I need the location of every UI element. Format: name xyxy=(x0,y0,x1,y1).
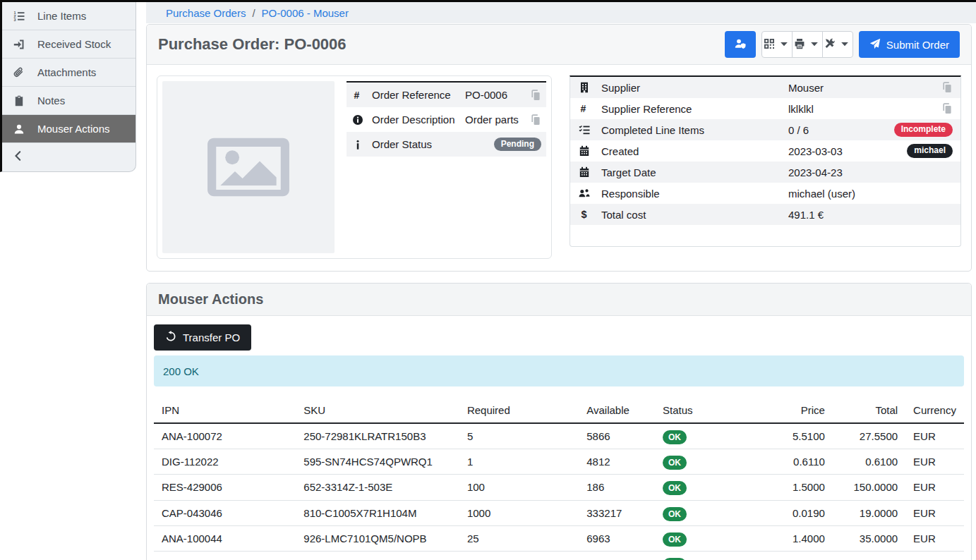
supplier-link[interactable]: Mouser xyxy=(788,82,941,94)
column-header-price: Price xyxy=(760,399,833,423)
empty-detail-row xyxy=(570,225,960,246)
order-summary-card: # Order ReferencePO-0006 Order Descripti… xyxy=(157,75,552,259)
table-row: RES-429006 652-3314Z-1-503E 100 186 OK 1… xyxy=(154,475,964,500)
copy-icon[interactable] xyxy=(941,103,953,114)
cell-ipn: SWT-200005 xyxy=(154,551,296,560)
svg-text:3: 3 xyxy=(14,18,16,22)
detail-value: 0 / 6 xyxy=(788,124,894,136)
svg-text:#: # xyxy=(354,90,359,101)
cell-required: 1 xyxy=(459,449,579,475)
breadcrumb-link-purchase-orders[interactable]: Purchase Orders xyxy=(166,7,246,19)
user-icon xyxy=(11,123,27,135)
cell-currency: EUR xyxy=(905,551,964,560)
order-actions-menu-button[interactable] xyxy=(822,31,853,58)
detail-value: PO-0006 xyxy=(465,89,530,101)
cell-required: 47 xyxy=(459,551,579,560)
cell-available: 47 xyxy=(579,551,655,560)
copy-icon[interactable] xyxy=(530,114,541,126)
detail-label: Completed Line Items xyxy=(601,124,788,136)
sidebar-item-label: Attachments xyxy=(37,66,96,78)
cell-available: 333217 xyxy=(579,500,655,525)
column-header-sku: SKU xyxy=(296,399,459,423)
clipboard-icon xyxy=(11,95,27,106)
calendar-icon xyxy=(578,166,591,178)
detail-label: Order Status xyxy=(372,138,465,150)
detail-row: $ Total cost491.1 € xyxy=(570,204,960,225)
detail-value: michael (user) xyxy=(788,188,953,200)
cell-status: OK xyxy=(655,551,760,560)
print-menu-button[interactable] xyxy=(792,31,823,58)
sidebar-item-notes[interactable]: Notes xyxy=(2,87,135,115)
detail-label: Order Reference xyxy=(372,89,465,101)
cell-sku: 926-LMC7101QM5/NOPB xyxy=(296,525,459,551)
parts-table: IPNSKURequiredAvailableStatusPriceTotalC… xyxy=(154,399,964,560)
cell-ipn: ANA-100044 xyxy=(154,525,296,551)
cell-price: 5.5100 xyxy=(760,423,833,449)
sidebar-item-mouser-actions[interactable]: Mouser Actions xyxy=(2,115,135,143)
detail-row: Order StatusPending xyxy=(347,132,546,157)
mouser-actions-title: Mouser Actions xyxy=(158,291,263,308)
cell-status: OK xyxy=(655,449,760,475)
detail-row: Responsiblemichael (user) xyxy=(570,183,960,204)
sidebar-item-line-items[interactable]: 123 Line Items xyxy=(2,2,135,30)
detail-row: Target Date2023-04-23 xyxy=(570,162,960,183)
order-button-group xyxy=(761,31,853,58)
sidebar-collapse-button[interactable] xyxy=(2,143,135,171)
caret-down-icon xyxy=(778,38,790,51)
table-row: ANA-100044 926-LMC7101QM5/NOPB 25 6963 O… xyxy=(154,525,964,551)
breadcrumb-separator: / xyxy=(252,7,255,19)
breadcrumb: Purchase Orders / PO-0006 - Mouser xyxy=(146,2,976,23)
copy-icon[interactable] xyxy=(530,90,541,101)
users-icon xyxy=(578,188,591,199)
detail-label: Supplier Reference xyxy=(601,103,788,115)
cell-total: 27.5500 xyxy=(833,423,905,449)
qrcode-icon xyxy=(764,38,775,51)
hashtag-icon: # xyxy=(351,90,363,101)
cell-sku: 652-3314Z-1-503E xyxy=(296,475,459,500)
user-shield-icon xyxy=(735,38,746,51)
cell-required: 1000 xyxy=(459,500,579,525)
breadcrumb-link-current-order[interactable]: PO-0006 - Mouser xyxy=(262,7,349,19)
detail-row: Completed Line Items0 / 6Incomplete xyxy=(570,119,960,140)
cell-currency: EUR xyxy=(905,525,964,551)
order-toolbar: Submit Order xyxy=(725,31,960,58)
svg-text:$: $ xyxy=(582,209,587,220)
list-check-icon xyxy=(578,124,591,135)
calendar-icon xyxy=(578,145,591,157)
purchase-order-panel: Purchase Order: PO-0006 xyxy=(146,24,972,272)
transfer-po-button[interactable]: Transfer PO xyxy=(154,324,251,351)
cell-available: 186 xyxy=(579,475,655,500)
cell-currency: EUR xyxy=(905,423,964,449)
cell-ipn: CAP-043046 xyxy=(154,500,296,525)
image-placeholder-icon xyxy=(205,124,291,210)
order-details-table: # Order ReferencePO-0006 Order Descripti… xyxy=(347,81,546,157)
detail-label: Order Description xyxy=(372,114,465,126)
cell-price: 1.5000 xyxy=(760,475,833,500)
detail-value: 2023-04-23 xyxy=(788,166,953,178)
detail-value: 491.1 € xyxy=(788,209,953,221)
copy-icon[interactable] xyxy=(941,82,953,93)
chevron-left-icon xyxy=(13,150,24,164)
building-icon xyxy=(578,82,591,93)
detail-value: Order parts xyxy=(465,114,530,126)
sidebar-item-received-stock[interactable]: Received Stock xyxy=(2,30,135,59)
order-image-placeholder[interactable] xyxy=(162,81,335,253)
barcode-menu-button[interactable] xyxy=(761,31,793,58)
caret-down-icon xyxy=(839,38,850,51)
sidebar: 123 Line Items Received Stock Attachment… xyxy=(0,2,136,172)
submit-order-button[interactable]: Submit Order xyxy=(859,31,960,58)
cell-currency: EUR xyxy=(905,449,964,475)
ok-badge: OK xyxy=(663,456,687,470)
sidebar-item-label: Notes xyxy=(37,95,65,106)
user-admin-button[interactable] xyxy=(725,31,756,58)
cell-total: 150.0000 xyxy=(833,475,905,500)
printer-icon xyxy=(794,38,805,51)
info-circle-icon xyxy=(351,114,363,126)
mouser-actions-panel: Mouser Actions Transfer PO 200 OK IPNSK xyxy=(146,283,972,560)
detail-label: Total cost xyxy=(601,209,788,221)
cell-ipn: ANA-100072 xyxy=(154,423,296,449)
sidebar-item-attachments[interactable]: Attachments xyxy=(2,59,135,87)
hashtag-icon: # xyxy=(578,103,591,114)
column-header-required: Required xyxy=(459,399,579,423)
cell-available: 6963 xyxy=(579,525,655,551)
